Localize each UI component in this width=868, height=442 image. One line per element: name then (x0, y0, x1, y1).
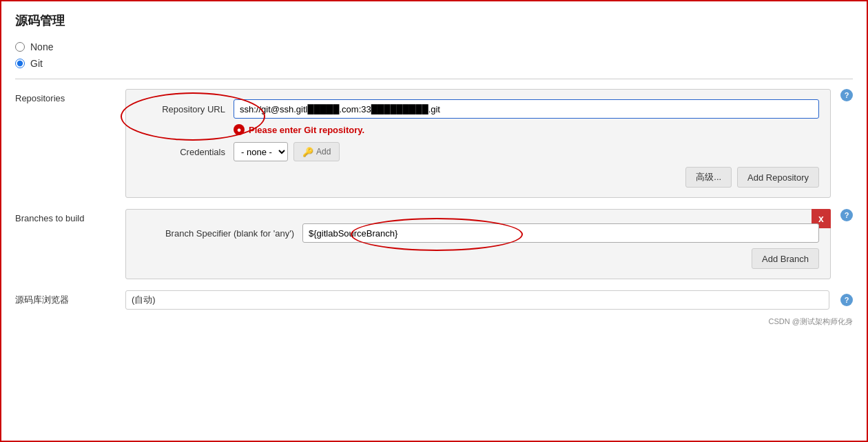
radio-git-label: Git (30, 58, 43, 69)
branches-help-icon[interactable]: ? (840, 209, 853, 221)
key-icon: 🔑 (302, 147, 313, 157)
radio-row-git: Git (15, 58, 853, 69)
radio-git[interactable] (15, 59, 25, 68)
branch-specifier-row: Branch Specifier (blank for 'any') (137, 223, 819, 243)
page-title: 源码管理 (15, 12, 853, 29)
branches-content: x Branch Specifier (blank for 'any') Add… (125, 209, 831, 279)
repositories-content: Repository URL ● Please enter Git reposi… (125, 89, 831, 198)
source-browser-section: 源码库浏览器 (自动) ? (15, 290, 853, 310)
radio-none[interactable] (15, 42, 25, 52)
repo-url-row: Repository URL (137, 99, 819, 119)
watermark-text: CSDN @测试架构师化身 (769, 317, 853, 325)
credentials-label: Credentials (137, 147, 234, 157)
repositories-section: Repositories Repository URL ● Please ent… (15, 89, 853, 198)
error-row: ● Please enter Git repository. (234, 124, 819, 135)
add-branch-button[interactable]: Add Branch (752, 248, 819, 269)
branches-section: Branches to build x Branch Specifier (bl… (15, 209, 853, 279)
add-button-label: Add (316, 147, 331, 157)
branch-specifier-label: Branch Specifier (blank for 'any') (137, 228, 302, 239)
error-icon: ● (234, 124, 245, 135)
source-browser-help-icon[interactable]: ? (840, 294, 853, 306)
repositories-help-icon[interactable]: ? (840, 89, 853, 101)
radio-none-label: None (30, 41, 53, 52)
add-repository-button[interactable]: Add Repository (737, 167, 819, 188)
branch-specifier-input[interactable] (302, 223, 819, 243)
branches-label: Branches to build (15, 209, 125, 223)
source-browser-value: (自动) (125, 290, 829, 310)
credentials-select[interactable]: - none - (234, 142, 288, 161)
credentials-add-button[interactable]: 🔑 Add (293, 142, 340, 161)
watermark: CSDN @测试架构师化身 (15, 317, 853, 327)
source-browser-label: 源码库浏览器 (15, 294, 125, 306)
advanced-button[interactable]: 高级... (685, 167, 732, 188)
repo-url-label: Repository URL (137, 104, 234, 114)
error-text: Please enter Git repository. (249, 125, 364, 135)
repo-url-input[interactable] (234, 99, 819, 119)
repo-buttons-right: 高级... Add Repository (137, 167, 819, 188)
radio-group: None Git (15, 41, 853, 69)
radio-row-none: None (15, 41, 853, 52)
credentials-row: Credentials - none - 🔑 Add (137, 142, 819, 161)
source-browser-text: (自动) (132, 294, 156, 306)
divider (15, 79, 853, 79)
repositories-label: Repositories (15, 89, 125, 103)
branch-buttons-right: Add Branch (137, 248, 819, 269)
